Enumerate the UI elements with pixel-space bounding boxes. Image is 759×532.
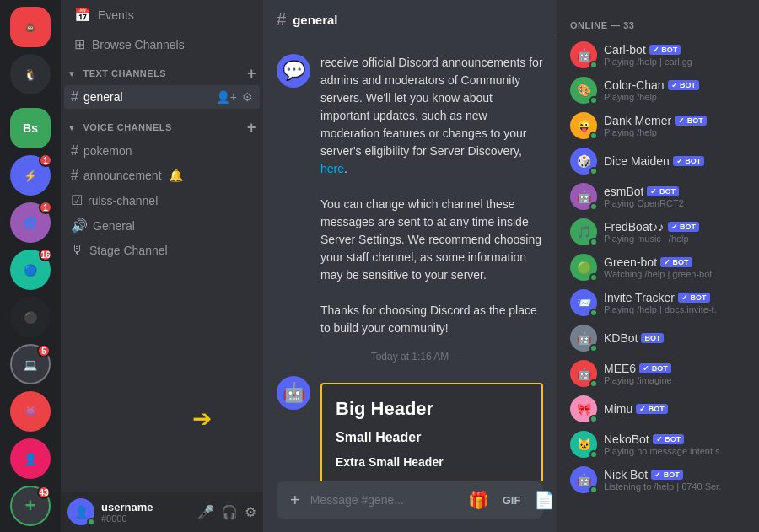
hash-icon-pokemon: # <box>71 143 78 159</box>
server-icon-lightning[interactable]: ⚡ 1 <box>10 155 51 196</box>
discord-avatar: 💬 <box>277 54 310 88</box>
server-icon-laptop[interactable]: 💻 5 <box>10 344 51 384</box>
server-icon-penguin[interactable]: 🐧 <box>10 54 51 94</box>
add-attachment-btn[interactable]: + <box>287 482 304 519</box>
speaker-icon-general: 🔊 <box>71 218 88 234</box>
channel-announcement[interactable]: # announcement 🔔 <box>64 164 260 187</box>
hash-icon-announcement: # <box>71 168 78 183</box>
green-info: Green-bot ✓ BOT Watching /help | green-b… <box>604 255 746 279</box>
bot-avatar-emoji: 🤖 <box>283 382 305 404</box>
server-icon-blue2[interactable]: 🔵 16 <box>10 250 51 290</box>
text-channels-category[interactable]: ▼ TEXT CHANNELS + <box>61 62 263 84</box>
server-icon-emoji: 🐧 <box>24 68 37 81</box>
channel-stage-name: Stage Channel <box>89 244 168 257</box>
current-user-tag: #0000 <box>101 513 191 524</box>
add-voice-channel-btn[interactable]: + <box>247 120 256 135</box>
member-esmbot[interactable]: 🤖 esmBot ✓ BOT Playing OpenRCT2 <box>563 179 752 214</box>
member-dice-maiden[interactable]: 🎲 Dice Maiden ✓ BOT <box>563 143 752 179</box>
green-name: Green-bot <box>604 255 657 269</box>
server-icon-purple[interactable]: 🌀 1 <box>10 202 51 243</box>
member-nick-bot[interactable]: 🤖 Nick Bot ✓ BOT Listening to /help | 67… <box>563 462 752 497</box>
nick-status-dot <box>589 486 598 494</box>
member-avatar-fredboat: 🎵 <box>570 218 597 245</box>
esm-status-dot <box>589 202 598 211</box>
gif-btn[interactable]: GIF <box>499 486 525 515</box>
neko-status-dot <box>589 450 598 459</box>
invite-status-dot <box>589 309 598 317</box>
neko-info: NekoBot ✓ BOT Playing no message intent … <box>604 433 746 456</box>
channel-rulss[interactable]: ☑ rulss-channel <box>64 188 260 212</box>
current-user-avatar: 👤 <box>67 498 94 525</box>
member-avatar-green: 🟢 <box>570 254 597 281</box>
events-nav-item[interactable]: 📅 Events <box>61 0 263 30</box>
channel-stage[interactable]: 🎙 Stage Channel <box>64 239 260 262</box>
member-mimu[interactable]: 🎀 Mimu ✓ BOT <box>563 391 752 427</box>
members-sidebar: ONLINE — 33 🤖 Carl-bot ✓ BOT Playing /he… <box>557 0 759 532</box>
user-mic-icon[interactable]: 🎤 <box>197 504 214 520</box>
user-settings-icon[interactable]: ⚙ <box>245 504 256 520</box>
color-chan-info: Color-Chan ✓ BOT Playing /help <box>604 78 746 102</box>
browse-channels-label: Browse Channels <box>92 38 185 51</box>
invite-name: Invite Tracker <box>604 291 675 304</box>
mee6-status-dot <box>589 379 598 388</box>
member-fredboat[interactable]: 🎵 FredBoat♪♪ ✓ BOT Playing music | /help <box>563 214 752 250</box>
server-badge-lightning: 1 <box>39 153 52 167</box>
server-icon-add[interactable]: + 43 <box>10 486 51 526</box>
channel-general-add-member[interactable]: 👤+ <box>216 90 237 104</box>
server-badge-laptop: 5 <box>37 344 51 357</box>
member-avatar-kd: 🤖 <box>570 325 597 352</box>
server-icon-pink[interactable]: 👤 <box>10 438 51 479</box>
member-avatar-neko: 🐱 <box>570 431 597 458</box>
chat-input[interactable] <box>310 485 458 515</box>
server-icon-shit[interactable]: 💩 <box>10 7 51 47</box>
browse-channels-nav-item[interactable]: ⊞ Browse Channels <box>61 30 263 59</box>
member-avatar-dice: 🎲 <box>570 148 597 175</box>
member-color-chan[interactable]: 🎨 Color-Chan ✓ BOT Playing /help <box>563 73 752 108</box>
mimu-name: Mimu <box>604 402 632 416</box>
carl-status-dot <box>589 61 598 69</box>
carl-info: Carl-bot ✓ BOT Playing /help | carl.gg <box>604 43 746 67</box>
channel-general-settings[interactable]: ⚙ <box>242 90 253 104</box>
server-badge-purple: 1 <box>39 201 52 214</box>
member-kdbot[interactable]: 🤖 KDBot BOT <box>563 320 752 356</box>
user-headset-icon[interactable]: 🎧 <box>221 504 238 520</box>
member-invite-tracker[interactable]: 📨 Invite Tracker ✓ BOT Playing /help | d… <box>563 285 752 320</box>
color-chan-name: Color-Chan <box>604 78 665 92</box>
chat-header: # general <box>263 0 557 40</box>
voice-channels-label: VOICE CHANNELS <box>83 122 171 132</box>
mimu-status-dot <box>589 415 598 423</box>
member-avatar-color-chan: 🎨 <box>570 77 597 104</box>
server-badge-blue2: 16 <box>39 248 52 261</box>
add-text-channel-btn[interactable]: + <box>247 66 256 81</box>
member-dank-memer[interactable]: 😜 Dank Memer ✓ BOT Playing /help <box>563 108 752 143</box>
member-nekobot[interactable]: 🐱 NekoBot ✓ BOT Playing no message inten… <box>563 427 752 462</box>
neko-name: NekoBot <box>604 433 649 446</box>
channel-general-voice[interactable]: 🔊 General <box>64 213 260 238</box>
announcement-bell-icon: 🔔 <box>169 169 183 182</box>
server-icon-bs[interactable]: Bs <box>10 108 51 148</box>
gift-btn[interactable]: 🎁 <box>465 481 493 519</box>
timestamp-text: Today at 1:16 AM <box>371 351 449 363</box>
server-icon-red2[interactable]: 👾 <box>10 391 51 432</box>
embed-small-header: Small Header <box>336 430 528 445</box>
channel-sidebar: 📅 Events ⊞ Browse Channels ▼ TEXT CHANNE… <box>61 0 263 532</box>
member-greenbot[interactable]: 🟢 Green-bot ✓ BOT Watching /help | green… <box>563 250 752 285</box>
channel-general-name: general <box>83 90 123 104</box>
mee6-info: MEE6 ✓ BOT Playing /imagine <box>604 362 746 385</box>
member-mee6[interactable]: 🤖 MEE6 ✓ BOT Playing /imagine <box>563 356 752 391</box>
mee6-status-text: Playing /imagine <box>604 375 746 385</box>
member-carl-bot[interactable]: 🤖 Carl-bot ✓ BOT Playing /help | carl.gg <box>563 37 752 73</box>
text-channels-arrow: ▼ <box>67 69 76 78</box>
server-icon-black[interactable]: ⚫ <box>10 297 51 337</box>
voice-channels-category[interactable]: ▼ VOICE CHANNELS + <box>61 116 263 138</box>
embed-box: Big Header Small Header Extra Small Head… <box>320 383 543 481</box>
here-link[interactable]: here <box>320 162 344 175</box>
hash-browse-icon: ⊞ <box>74 36 85 52</box>
channel-rulss-name: rulss-channel <box>88 194 158 207</box>
member-avatar-mimu: 🎀 <box>570 395 597 422</box>
channel-general[interactable]: # general 👤+ ⚙ <box>64 85 260 109</box>
server-badge-add: 43 <box>37 486 51 499</box>
current-user-info: username #0000 <box>101 501 191 524</box>
sticker-btn[interactable]: 📄 <box>530 481 557 519</box>
channel-pokemon[interactable]: # pokemon <box>64 139 260 163</box>
